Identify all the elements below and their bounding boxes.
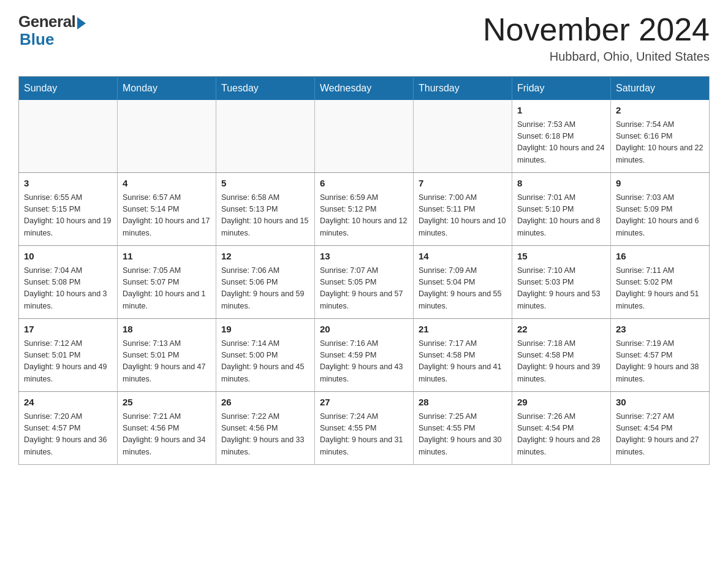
- day-number: 7: [419, 177, 507, 191]
- day-number: 19: [221, 323, 309, 337]
- logo: General Blue: [18, 12, 86, 49]
- day-info: Sunrise: 7:10 AMSunset: 5:03 PMDaylight:…: [517, 265, 605, 313]
- day-info: Sunrise: 7:05 AMSunset: 5:07 PMDaylight:…: [123, 265, 211, 313]
- calendar-cell: 22Sunrise: 7:18 AMSunset: 4:58 PMDayligh…: [512, 319, 611, 392]
- day-number: 29: [517, 396, 605, 410]
- calendar-cell: 7Sunrise: 7:00 AMSunset: 5:11 PMDaylight…: [414, 173, 512, 246]
- calendar-cell: 14Sunrise: 7:09 AMSunset: 5:04 PMDayligh…: [414, 246, 512, 319]
- day-number: 9: [616, 177, 704, 191]
- calendar-cell: [414, 100, 512, 173]
- day-number: 17: [24, 323, 112, 337]
- calendar-cell: [19, 100, 118, 173]
- day-number: 8: [517, 177, 605, 191]
- day-info: Sunrise: 7:24 AMSunset: 4:55 PMDaylight:…: [320, 411, 408, 459]
- day-info: Sunrise: 7:20 AMSunset: 4:57 PMDaylight:…: [24, 411, 112, 459]
- day-number: 26: [221, 396, 309, 410]
- calendar-cell: 5Sunrise: 6:58 AMSunset: 5:13 PMDaylight…: [216, 173, 315, 246]
- day-info: Sunrise: 7:22 AMSunset: 4:56 PMDaylight:…: [221, 411, 309, 459]
- calendar-table: SundayMondayTuesdayWednesdayThursdayFrid…: [18, 76, 710, 465]
- week-row-2: 3Sunrise: 6:55 AMSunset: 5:15 PMDaylight…: [19, 173, 710, 246]
- day-info: Sunrise: 7:09 AMSunset: 5:04 PMDaylight:…: [419, 265, 507, 313]
- day-number: 25: [123, 396, 211, 410]
- day-number: 27: [320, 396, 408, 410]
- day-number: 30: [616, 396, 704, 410]
- day-info: Sunrise: 6:59 AMSunset: 5:12 PMDaylight:…: [320, 192, 408, 240]
- day-info: Sunrise: 7:54 AMSunset: 6:16 PMDaylight:…: [616, 119, 704, 167]
- calendar-cell: 15Sunrise: 7:10 AMSunset: 5:03 PMDayligh…: [512, 246, 611, 319]
- calendar-cell: 8Sunrise: 7:01 AMSunset: 5:10 PMDaylight…: [512, 173, 611, 246]
- day-info: Sunrise: 6:57 AMSunset: 5:14 PMDaylight:…: [123, 192, 211, 240]
- day-info: Sunrise: 6:58 AMSunset: 5:13 PMDaylight:…: [221, 192, 309, 240]
- header-tuesday: Tuesday: [216, 77, 315, 101]
- calendar-cell: 23Sunrise: 7:19 AMSunset: 4:57 PMDayligh…: [611, 319, 710, 392]
- calendar-cell: 4Sunrise: 6:57 AMSunset: 5:14 PMDaylight…: [118, 173, 216, 246]
- logo-general: General: [18, 12, 75, 31]
- header-saturday: Saturday: [611, 77, 710, 101]
- day-info: Sunrise: 7:17 AMSunset: 4:58 PMDaylight:…: [419, 338, 507, 386]
- calendar-cell: 19Sunrise: 7:14 AMSunset: 5:00 PMDayligh…: [216, 319, 315, 392]
- day-info: Sunrise: 7:25 AMSunset: 4:55 PMDaylight:…: [419, 411, 507, 459]
- calendar-cell: 3Sunrise: 6:55 AMSunset: 5:15 PMDaylight…: [19, 173, 118, 246]
- day-number: 6: [320, 177, 408, 191]
- calendar-cell: 27Sunrise: 7:24 AMSunset: 4:55 PMDayligh…: [315, 392, 414, 465]
- logo-arrow-icon: [77, 17, 86, 29]
- calendar-cell: 21Sunrise: 7:17 AMSunset: 4:58 PMDayligh…: [414, 319, 512, 392]
- day-number: 12: [221, 250, 309, 264]
- page-header: General Blue November 2024 Hubbard, Ohio…: [18, 12, 710, 64]
- header-thursday: Thursday: [414, 77, 512, 101]
- day-number: 2: [616, 104, 704, 118]
- day-info: Sunrise: 7:06 AMSunset: 5:06 PMDaylight:…: [221, 265, 309, 313]
- week-row-5: 24Sunrise: 7:20 AMSunset: 4:57 PMDayligh…: [19, 392, 710, 465]
- day-info: Sunrise: 7:13 AMSunset: 5:01 PMDaylight:…: [123, 338, 211, 386]
- week-row-3: 10Sunrise: 7:04 AMSunset: 5:08 PMDayligh…: [19, 246, 710, 319]
- calendar-cell: 16Sunrise: 7:11 AMSunset: 5:02 PMDayligh…: [611, 246, 710, 319]
- day-number: 4: [123, 177, 211, 191]
- calendar-cell: 9Sunrise: 7:03 AMSunset: 5:09 PMDaylight…: [611, 173, 710, 246]
- calendar-cell: 13Sunrise: 7:07 AMSunset: 5:05 PMDayligh…: [315, 246, 414, 319]
- calendar-cell: 24Sunrise: 7:20 AMSunset: 4:57 PMDayligh…: [19, 392, 118, 465]
- day-number: 1: [517, 104, 605, 118]
- day-info: Sunrise: 7:12 AMSunset: 5:01 PMDaylight:…: [24, 338, 112, 386]
- day-info: Sunrise: 7:27 AMSunset: 4:54 PMDaylight:…: [616, 411, 704, 459]
- calendar-cell: 12Sunrise: 7:06 AMSunset: 5:06 PMDayligh…: [216, 246, 315, 319]
- calendar-cell: [315, 100, 414, 173]
- header-friday: Friday: [512, 77, 611, 101]
- calendar-cell: 26Sunrise: 7:22 AMSunset: 4:56 PMDayligh…: [216, 392, 315, 465]
- day-number: 3: [24, 177, 112, 191]
- month-title: November 2024: [483, 12, 710, 47]
- calendar-cell: 30Sunrise: 7:27 AMSunset: 4:54 PMDayligh…: [611, 392, 710, 465]
- logo-blue: Blue: [20, 30, 54, 49]
- calendar-cell: 17Sunrise: 7:12 AMSunset: 5:01 PMDayligh…: [19, 319, 118, 392]
- header-monday: Monday: [118, 77, 216, 101]
- calendar-cell: 28Sunrise: 7:25 AMSunset: 4:55 PMDayligh…: [414, 392, 512, 465]
- day-info: Sunrise: 7:16 AMSunset: 4:59 PMDaylight:…: [320, 338, 408, 386]
- calendar-cell: [118, 100, 216, 173]
- day-number: 22: [517, 323, 605, 337]
- day-info: Sunrise: 7:07 AMSunset: 5:05 PMDaylight:…: [320, 265, 408, 313]
- calendar-cell: 2Sunrise: 7:54 AMSunset: 6:16 PMDaylight…: [611, 100, 710, 173]
- day-number: 28: [419, 396, 507, 410]
- calendar-cell: 29Sunrise: 7:26 AMSunset: 4:54 PMDayligh…: [512, 392, 611, 465]
- day-info: Sunrise: 7:26 AMSunset: 4:54 PMDaylight:…: [517, 411, 605, 459]
- calendar-cell: 18Sunrise: 7:13 AMSunset: 5:01 PMDayligh…: [118, 319, 216, 392]
- day-number: 15: [517, 250, 605, 264]
- day-info: Sunrise: 7:19 AMSunset: 4:57 PMDaylight:…: [616, 338, 704, 386]
- calendar-cell: 20Sunrise: 7:16 AMSunset: 4:59 PMDayligh…: [315, 319, 414, 392]
- day-number: 11: [123, 250, 211, 264]
- day-info: Sunrise: 7:01 AMSunset: 5:10 PMDaylight:…: [517, 192, 605, 240]
- calendar-cell: 6Sunrise: 6:59 AMSunset: 5:12 PMDaylight…: [315, 173, 414, 246]
- calendar-header-row: SundayMondayTuesdayWednesdayThursdayFrid…: [19, 77, 710, 101]
- location-label: Hubbard, Ohio, United States: [483, 50, 710, 64]
- day-number: 13: [320, 250, 408, 264]
- day-info: Sunrise: 6:55 AMSunset: 5:15 PMDaylight:…: [24, 192, 112, 240]
- title-area: November 2024 Hubbard, Ohio, United Stat…: [483, 12, 710, 64]
- day-info: Sunrise: 7:04 AMSunset: 5:08 PMDaylight:…: [24, 265, 112, 313]
- calendar-cell: [216, 100, 315, 173]
- calendar-cell: 11Sunrise: 7:05 AMSunset: 5:07 PMDayligh…: [118, 246, 216, 319]
- day-info: Sunrise: 7:18 AMSunset: 4:58 PMDaylight:…: [517, 338, 605, 386]
- header-sunday: Sunday: [19, 77, 118, 101]
- day-info: Sunrise: 7:14 AMSunset: 5:00 PMDaylight:…: [221, 338, 309, 386]
- calendar-cell: 25Sunrise: 7:21 AMSunset: 4:56 PMDayligh…: [118, 392, 216, 465]
- day-number: 24: [24, 396, 112, 410]
- calendar-cell: 1Sunrise: 7:53 AMSunset: 6:18 PMDaylight…: [512, 100, 611, 173]
